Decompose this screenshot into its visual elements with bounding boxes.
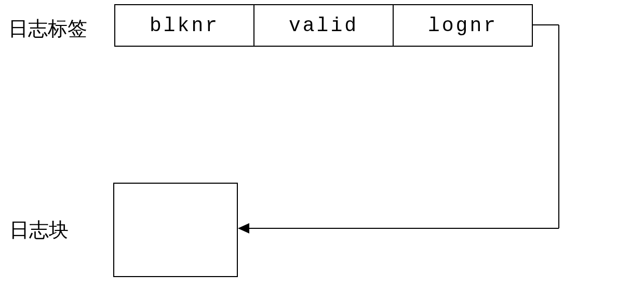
svg-marker-3 [238, 223, 249, 234]
field-blknr: blknr [114, 4, 254, 47]
log-block-box [113, 183, 238, 277]
field-valid: valid [253, 4, 394, 47]
log-block-label: 日志块 [9, 217, 69, 243]
field-lognr: lognr [393, 4, 533, 47]
log-tag-label: 日志标签 [8, 16, 87, 42]
